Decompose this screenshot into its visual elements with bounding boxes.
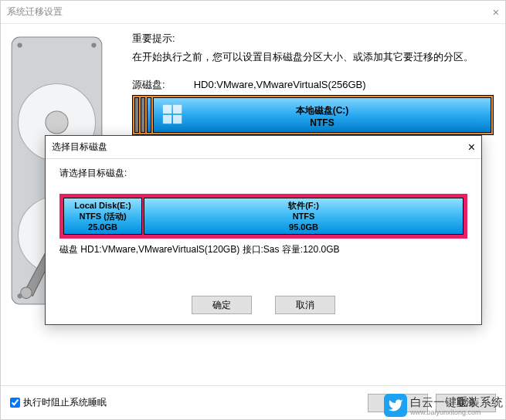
dialog-body: 请选择目标磁盘: Local Disk(E:) NTFS (活动) 25.0GB… — [46, 159, 481, 286]
main-footer: 执行时阻止系统睡眠 开始 取消 — [1, 385, 505, 419]
source-disk-row: 源磁盘: HD0:VMware,VMwareVirtualS(256GB) — [132, 78, 494, 92]
partition-f-fs: NTFS — [144, 211, 463, 222]
reserved-slot-3 — [147, 97, 151, 133]
prevent-sleep-label: 执行时阻止系统睡眠 — [23, 396, 107, 409]
partition-e-size: 25.0GB — [64, 222, 141, 232]
reserved-slot-2 — [141, 97, 145, 133]
select-target-disk-dialog: 选择目标磁盘 × 请选择目标磁盘: Local Disk(E:) NTFS (活… — [45, 135, 482, 325]
partition-c-fs: NTFS — [154, 117, 491, 128]
svg-point-6 — [17, 42, 22, 47]
svg-rect-13 — [173, 115, 182, 124]
dialog-close-icon[interactable]: × — [468, 141, 475, 154]
svg-rect-12 — [163, 115, 171, 124]
hint-title: 重要提示: — [132, 32, 494, 46]
reserved-slot-1 — [134, 97, 139, 133]
partition-e-fs: NTFS (活动) — [64, 211, 141, 222]
prevent-sleep-checkbox[interactable] — [10, 398, 20, 408]
main-cancel-button[interactable]: 取消 — [436, 394, 496, 412]
source-disk-label: 源磁盘: — [132, 78, 191, 92]
prevent-sleep-checkbox-wrap[interactable]: 执行时阻止系统睡眠 — [10, 396, 107, 409]
source-disk-value: HD0:VMware,VMwareVirtualS(256GB) — [194, 79, 366, 90]
dialog-titlebar: 选择目标磁盘 × — [46, 136, 481, 159]
partition-f-name: 软件(F:) — [144, 200, 463, 211]
partition-c-name: 本地磁盘(C:) — [154, 104, 491, 117]
windows-logo-icon — [161, 103, 185, 126]
partition-f-size: 95.0GB — [144, 222, 463, 232]
svg-point-2 — [46, 111, 68, 134]
dialog-ok-button[interactable]: 确定 — [192, 296, 252, 314]
dialog-title: 选择目标磁盘 — [52, 141, 468, 154]
svg-point-7 — [91, 42, 96, 47]
svg-point-8 — [17, 293, 22, 298]
svg-rect-10 — [163, 105, 171, 113]
main-close-icon[interactable]: × — [493, 6, 499, 19]
partition-f[interactable]: 软件(F:) NTFS 95.0GB — [144, 198, 464, 235]
target-disk-bar[interactable]: Local Disk(E:) NTFS (活动) 25.0GB 软件(F:) N… — [59, 194, 467, 239]
source-disk-bar[interactable]: 本地磁盘(C:) NTFS — [132, 95, 494, 135]
svg-point-5 — [21, 287, 32, 299]
svg-rect-11 — [173, 105, 182, 113]
partition-e-name: Local Disk(E:) — [64, 200, 141, 211]
start-button[interactable]: 开始 — [368, 394, 428, 412]
main-titlebar: 系统迁移设置 × — [1, 1, 505, 24]
main-window-title: 系统迁移设置 — [7, 5, 493, 19]
hint-text: 在开始执行之前，您可以设置目标磁盘分区大小、或添加其它要迁移的分区。 — [132, 50, 494, 64]
dialog-button-row: 确定 取消 — [46, 286, 481, 324]
dialog-instruction: 请选择目标磁盘: — [59, 167, 467, 180]
partition-c[interactable]: 本地磁盘(C:) NTFS — [153, 97, 491, 133]
partition-e[interactable]: Local Disk(E:) NTFS (活动) 25.0GB — [63, 198, 142, 235]
target-disk-info: 磁盘 HD1:VMware,VMwareVirtualS(120GB) 接口:S… — [59, 243, 467, 256]
dialog-cancel-button[interactable]: 取消 — [275, 296, 335, 314]
